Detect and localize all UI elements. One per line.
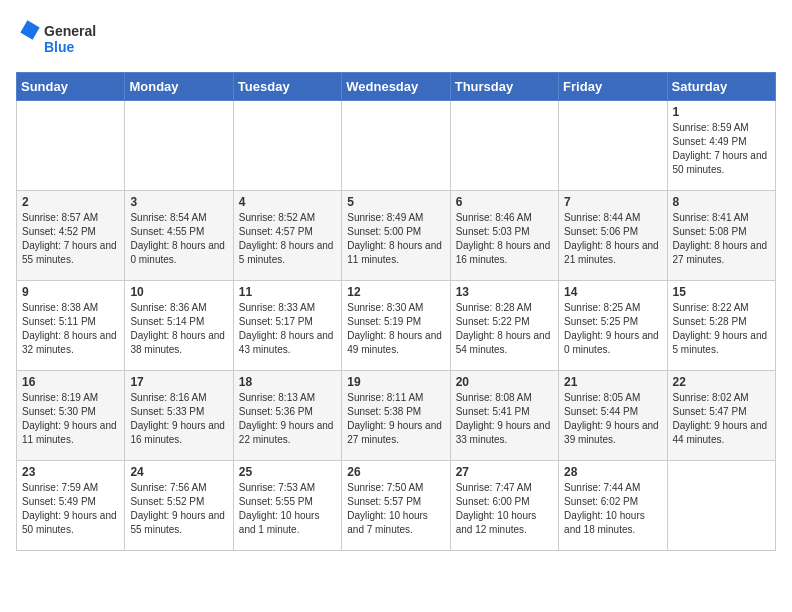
calendar-cell: 2Sunrise: 8:57 AM Sunset: 4:52 PM Daylig… bbox=[17, 191, 125, 281]
day-info: Sunrise: 8:05 AM Sunset: 5:44 PM Dayligh… bbox=[564, 391, 661, 447]
day-header-wednesday: Wednesday bbox=[342, 73, 450, 101]
day-info: Sunrise: 8:08 AM Sunset: 5:41 PM Dayligh… bbox=[456, 391, 553, 447]
calendar-week-3: 9Sunrise: 8:38 AM Sunset: 5:11 PM Daylig… bbox=[17, 281, 776, 371]
svg-marker-0 bbox=[18, 18, 42, 42]
calendar-week-4: 16Sunrise: 8:19 AM Sunset: 5:30 PM Dayli… bbox=[17, 371, 776, 461]
day-info: Sunrise: 8:02 AM Sunset: 5:47 PM Dayligh… bbox=[673, 391, 770, 447]
day-info: Sunrise: 8:25 AM Sunset: 5:25 PM Dayligh… bbox=[564, 301, 661, 357]
day-number: 10 bbox=[130, 285, 227, 299]
day-number: 28 bbox=[564, 465, 661, 479]
day-header-saturday: Saturday bbox=[667, 73, 775, 101]
day-number: 15 bbox=[673, 285, 770, 299]
calendar-cell bbox=[233, 101, 341, 191]
day-number: 4 bbox=[239, 195, 336, 209]
day-number: 2 bbox=[22, 195, 119, 209]
day-info: Sunrise: 8:41 AM Sunset: 5:08 PM Dayligh… bbox=[673, 211, 770, 267]
day-number: 16 bbox=[22, 375, 119, 389]
calendar-cell: 7Sunrise: 8:44 AM Sunset: 5:06 PM Daylig… bbox=[559, 191, 667, 281]
day-number: 21 bbox=[564, 375, 661, 389]
calendar-week-1: 1Sunrise: 8:59 AM Sunset: 4:49 PM Daylig… bbox=[17, 101, 776, 191]
svg-text:Blue: Blue bbox=[44, 39, 75, 55]
day-info: Sunrise: 8:59 AM Sunset: 4:49 PM Dayligh… bbox=[673, 121, 770, 177]
calendar-cell: 13Sunrise: 8:28 AM Sunset: 5:22 PM Dayli… bbox=[450, 281, 558, 371]
calendar-cell: 14Sunrise: 8:25 AM Sunset: 5:25 PM Dayli… bbox=[559, 281, 667, 371]
calendar-cell bbox=[17, 101, 125, 191]
calendar-cell: 18Sunrise: 8:13 AM Sunset: 5:36 PM Dayli… bbox=[233, 371, 341, 461]
calendar-cell: 15Sunrise: 8:22 AM Sunset: 5:28 PM Dayli… bbox=[667, 281, 775, 371]
day-number: 6 bbox=[456, 195, 553, 209]
calendar-week-5: 23Sunrise: 7:59 AM Sunset: 5:49 PM Dayli… bbox=[17, 461, 776, 551]
day-number: 1 bbox=[673, 105, 770, 119]
day-header-thursday: Thursday bbox=[450, 73, 558, 101]
calendar-cell: 5Sunrise: 8:49 AM Sunset: 5:00 PM Daylig… bbox=[342, 191, 450, 281]
calendar-cell: 20Sunrise: 8:08 AM Sunset: 5:41 PM Dayli… bbox=[450, 371, 558, 461]
day-number: 23 bbox=[22, 465, 119, 479]
day-number: 19 bbox=[347, 375, 444, 389]
day-number: 18 bbox=[239, 375, 336, 389]
day-info: Sunrise: 8:44 AM Sunset: 5:06 PM Dayligh… bbox=[564, 211, 661, 267]
day-number: 14 bbox=[564, 285, 661, 299]
calendar-cell bbox=[342, 101, 450, 191]
calendar-cell: 22Sunrise: 8:02 AM Sunset: 5:47 PM Dayli… bbox=[667, 371, 775, 461]
day-info: Sunrise: 8:19 AM Sunset: 5:30 PM Dayligh… bbox=[22, 391, 119, 447]
day-number: 12 bbox=[347, 285, 444, 299]
calendar-cell: 23Sunrise: 7:59 AM Sunset: 5:49 PM Dayli… bbox=[17, 461, 125, 551]
calendar-cell: 17Sunrise: 8:16 AM Sunset: 5:33 PM Dayli… bbox=[125, 371, 233, 461]
day-header-tuesday: Tuesday bbox=[233, 73, 341, 101]
day-info: Sunrise: 8:49 AM Sunset: 5:00 PM Dayligh… bbox=[347, 211, 444, 267]
day-info: Sunrise: 7:59 AM Sunset: 5:49 PM Dayligh… bbox=[22, 481, 119, 537]
day-header-sunday: Sunday bbox=[17, 73, 125, 101]
day-number: 8 bbox=[673, 195, 770, 209]
day-number: 25 bbox=[239, 465, 336, 479]
day-info: Sunrise: 8:54 AM Sunset: 4:55 PM Dayligh… bbox=[130, 211, 227, 267]
calendar-cell: 4Sunrise: 8:52 AM Sunset: 4:57 PM Daylig… bbox=[233, 191, 341, 281]
calendar-cell bbox=[559, 101, 667, 191]
day-number: 26 bbox=[347, 465, 444, 479]
calendar-cell bbox=[667, 461, 775, 551]
calendar-cell: 12Sunrise: 8:30 AM Sunset: 5:19 PM Dayli… bbox=[342, 281, 450, 371]
day-info: Sunrise: 8:13 AM Sunset: 5:36 PM Dayligh… bbox=[239, 391, 336, 447]
calendar-cell: 24Sunrise: 7:56 AM Sunset: 5:52 PM Dayli… bbox=[125, 461, 233, 551]
calendar-cell: 6Sunrise: 8:46 AM Sunset: 5:03 PM Daylig… bbox=[450, 191, 558, 281]
day-number: 3 bbox=[130, 195, 227, 209]
calendar-cell: 21Sunrise: 8:05 AM Sunset: 5:44 PM Dayli… bbox=[559, 371, 667, 461]
svg-text:General: General bbox=[44, 23, 96, 39]
day-number: 20 bbox=[456, 375, 553, 389]
calendar-cell: 25Sunrise: 7:53 AM Sunset: 5:55 PM Dayli… bbox=[233, 461, 341, 551]
day-info: Sunrise: 8:36 AM Sunset: 5:14 PM Dayligh… bbox=[130, 301, 227, 357]
page-header: GeneralBlue bbox=[16, 16, 776, 60]
calendar-cell: 11Sunrise: 8:33 AM Sunset: 5:17 PM Dayli… bbox=[233, 281, 341, 371]
day-info: Sunrise: 8:46 AM Sunset: 5:03 PM Dayligh… bbox=[456, 211, 553, 267]
calendar-cell bbox=[125, 101, 233, 191]
calendar-cell: 27Sunrise: 7:47 AM Sunset: 6:00 PM Dayli… bbox=[450, 461, 558, 551]
day-info: Sunrise: 7:44 AM Sunset: 6:02 PM Dayligh… bbox=[564, 481, 661, 537]
day-header-friday: Friday bbox=[559, 73, 667, 101]
day-info: Sunrise: 8:33 AM Sunset: 5:17 PM Dayligh… bbox=[239, 301, 336, 357]
calendar-cell: 1Sunrise: 8:59 AM Sunset: 4:49 PM Daylig… bbox=[667, 101, 775, 191]
day-number: 27 bbox=[456, 465, 553, 479]
calendar-cell: 8Sunrise: 8:41 AM Sunset: 5:08 PM Daylig… bbox=[667, 191, 775, 281]
day-info: Sunrise: 8:16 AM Sunset: 5:33 PM Dayligh… bbox=[130, 391, 227, 447]
day-number: 5 bbox=[347, 195, 444, 209]
calendar-cell: 28Sunrise: 7:44 AM Sunset: 6:02 PM Dayli… bbox=[559, 461, 667, 551]
calendar-cell: 3Sunrise: 8:54 AM Sunset: 4:55 PM Daylig… bbox=[125, 191, 233, 281]
day-number: 13 bbox=[456, 285, 553, 299]
day-number: 24 bbox=[130, 465, 227, 479]
day-number: 9 bbox=[22, 285, 119, 299]
day-info: Sunrise: 7:50 AM Sunset: 5:57 PM Dayligh… bbox=[347, 481, 444, 537]
logo: GeneralBlue bbox=[16, 16, 96, 60]
day-number: 11 bbox=[239, 285, 336, 299]
calendar-cell: 26Sunrise: 7:50 AM Sunset: 5:57 PM Dayli… bbox=[342, 461, 450, 551]
calendar-cell bbox=[450, 101, 558, 191]
day-info: Sunrise: 8:28 AM Sunset: 5:22 PM Dayligh… bbox=[456, 301, 553, 357]
calendar-header-row: SundayMondayTuesdayWednesdayThursdayFrid… bbox=[17, 73, 776, 101]
calendar-cell: 16Sunrise: 8:19 AM Sunset: 5:30 PM Dayli… bbox=[17, 371, 125, 461]
day-info: Sunrise: 7:53 AM Sunset: 5:55 PM Dayligh… bbox=[239, 481, 336, 537]
calendar-cell: 10Sunrise: 8:36 AM Sunset: 5:14 PM Dayli… bbox=[125, 281, 233, 371]
day-header-monday: Monday bbox=[125, 73, 233, 101]
day-info: Sunrise: 7:56 AM Sunset: 5:52 PM Dayligh… bbox=[130, 481, 227, 537]
calendar-cell: 9Sunrise: 8:38 AM Sunset: 5:11 PM Daylig… bbox=[17, 281, 125, 371]
logo-svg: GeneralBlue bbox=[16, 16, 96, 60]
day-number: 22 bbox=[673, 375, 770, 389]
day-number: 17 bbox=[130, 375, 227, 389]
